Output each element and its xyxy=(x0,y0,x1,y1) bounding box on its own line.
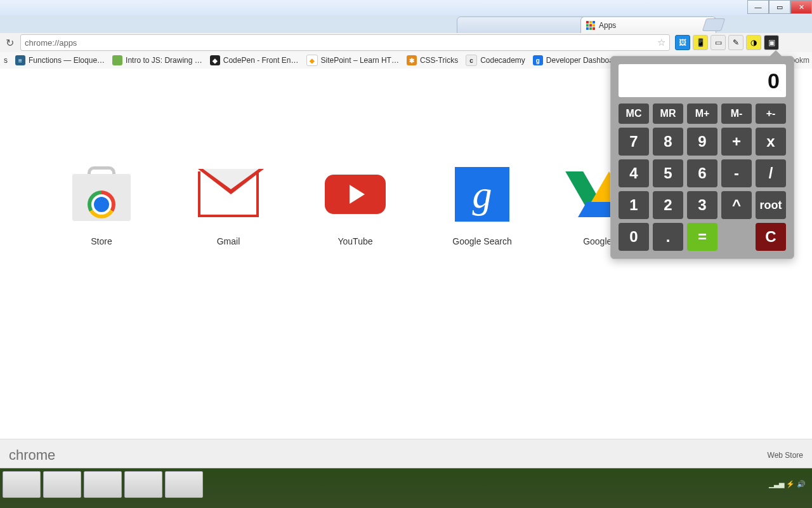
favicon-icon: ◆ xyxy=(210,55,220,65)
bookmark-item[interactable]: ✱CSS-Tricks xyxy=(407,55,458,65)
reload-button[interactable]: ↻ xyxy=(3,36,16,50)
apps-icon xyxy=(586,21,595,30)
taskbar-item[interactable] xyxy=(124,471,162,498)
address-bar[interactable]: chrome://apps ☆ xyxy=(20,34,670,51)
calc-9-button[interactable]: 9 xyxy=(687,128,717,156)
app-label: Gmail xyxy=(217,236,240,246)
calc-dot-button[interactable]: . xyxy=(653,223,683,251)
calc-mplus-button[interactable]: M+ xyxy=(687,104,717,124)
bookmark-item[interactable]: Intro to JS: Drawing … xyxy=(112,55,202,65)
calc-6-button[interactable]: 6 xyxy=(687,159,717,187)
calc-plus-button[interactable]: + xyxy=(721,128,752,156)
favicon-icon xyxy=(112,55,122,65)
calc-root-button[interactable]: root xyxy=(756,191,786,219)
chrome-brand-label: chrome xyxy=(9,447,55,464)
app-label: Store xyxy=(91,236,112,246)
calc-2-button[interactable]: 2 xyxy=(653,191,683,219)
calc-8-button[interactable]: 8 xyxy=(653,128,683,156)
app-tile-gmail[interactable]: Gmail xyxy=(190,164,266,246)
calc-3-button[interactable]: 3 xyxy=(687,191,717,219)
tab-strip: × Apps × xyxy=(0,15,812,34)
calc-7-button[interactable]: 7 xyxy=(619,128,649,156)
extension-calculator-icon[interactable]: ◑ xyxy=(746,35,761,50)
calc-divide-button[interactable]: / xyxy=(756,159,786,187)
tab-title: Apps xyxy=(599,21,616,30)
bookmark-item[interactable]: ≡Functions — Eloque… xyxy=(15,55,105,65)
new-tab-button[interactable] xyxy=(702,18,725,31)
calc-minus-button[interactable]: - xyxy=(721,159,752,187)
bookmark-item[interactable]: s xyxy=(4,56,8,65)
calc-times-button[interactable]: x xyxy=(756,128,786,156)
extension-icon[interactable]: ▭ xyxy=(710,35,726,50)
extension-icon[interactable]: ✎ xyxy=(728,35,743,50)
favicon-icon: g xyxy=(533,55,543,65)
taskbar-item[interactable] xyxy=(84,471,122,498)
extension-icon[interactable]: 🖼 xyxy=(675,35,690,50)
bookmark-star-icon[interactable]: ☆ xyxy=(657,37,665,48)
apps-page-footer: chrome Web Store xyxy=(0,439,812,471)
taskbar-item[interactable] xyxy=(43,471,81,498)
calc-plusminus-button[interactable]: +- xyxy=(756,104,786,124)
window-maximize-button[interactable]: ▭ xyxy=(769,0,790,14)
windows-taskbar: ▁▃▅ ⚡ 🔊 xyxy=(0,468,812,508)
window-title-bar: — ▭ ✕ xyxy=(0,0,812,16)
calculator-popup: 0 MC MR M+ M- +- 7 8 9 + x 4 5 6 - / 1 2… xyxy=(610,56,794,259)
extension-icon[interactable]: 📱 xyxy=(693,35,708,50)
chrome-web-store-icon xyxy=(71,164,132,225)
favicon-icon: c xyxy=(466,55,477,66)
calculator-display: 0 xyxy=(619,64,786,97)
app-tile-store[interactable]: Store xyxy=(63,164,140,246)
extension-icon[interactable]: ▣ xyxy=(764,35,779,50)
calc-mc-button[interactable]: MC xyxy=(619,104,649,124)
calc-1-button[interactable]: 1 xyxy=(619,191,649,219)
calc-power-button[interactable]: ^ xyxy=(721,191,752,219)
app-tile-youtube[interactable]: YouTube xyxy=(317,164,393,246)
calc-equals-button[interactable]: = xyxy=(687,223,717,251)
bookmark-item[interactable]: ◆CodePen - Front En… xyxy=(210,55,299,65)
calc-clear-button[interactable]: C xyxy=(756,223,786,251)
window-minimize-button[interactable]: — xyxy=(747,0,769,14)
favicon-icon: ◆ xyxy=(306,55,318,66)
favicon-icon: ✱ xyxy=(407,55,417,65)
window-close-button[interactable]: ✕ xyxy=(790,0,812,14)
web-store-link[interactable]: Web Store xyxy=(768,451,803,460)
google-search-icon: g xyxy=(452,164,513,225)
taskbar-item[interactable] xyxy=(165,471,203,498)
calc-mminus-button[interactable]: M- xyxy=(721,104,752,124)
browser-tab-inactive[interactable]: × xyxy=(457,17,593,34)
calc-mr-button[interactable]: MR xyxy=(653,104,683,124)
calc-4-button[interactable]: 4 xyxy=(619,159,649,187)
system-tray[interactable]: ▁▃▅ ⚡ 🔊 xyxy=(769,471,806,497)
app-tile-google-search[interactable]: g Google Search xyxy=(444,164,520,246)
favicon-icon: ≡ xyxy=(15,55,25,65)
app-label: YouTube xyxy=(337,236,372,246)
gmail-icon xyxy=(198,164,259,225)
taskbar-item[interactable] xyxy=(3,471,41,498)
app-label: Google Search xyxy=(452,236,511,246)
calc-5-button[interactable]: 5 xyxy=(653,159,683,187)
url-text: chrome://apps xyxy=(25,38,77,48)
calc-0-button[interactable]: 0 xyxy=(619,223,649,251)
browser-toolbar: ↻ chrome://apps ☆ 🖼 📱 ▭ ✎ ◑ ▣ xyxy=(0,33,812,53)
bookmark-item[interactable]: ◆SitePoint – Learn HT… xyxy=(306,55,399,66)
bookmark-item[interactable]: cCodecademy xyxy=(466,55,525,66)
youtube-icon xyxy=(325,164,386,225)
browser-tab-active[interactable]: Apps × xyxy=(580,17,716,34)
